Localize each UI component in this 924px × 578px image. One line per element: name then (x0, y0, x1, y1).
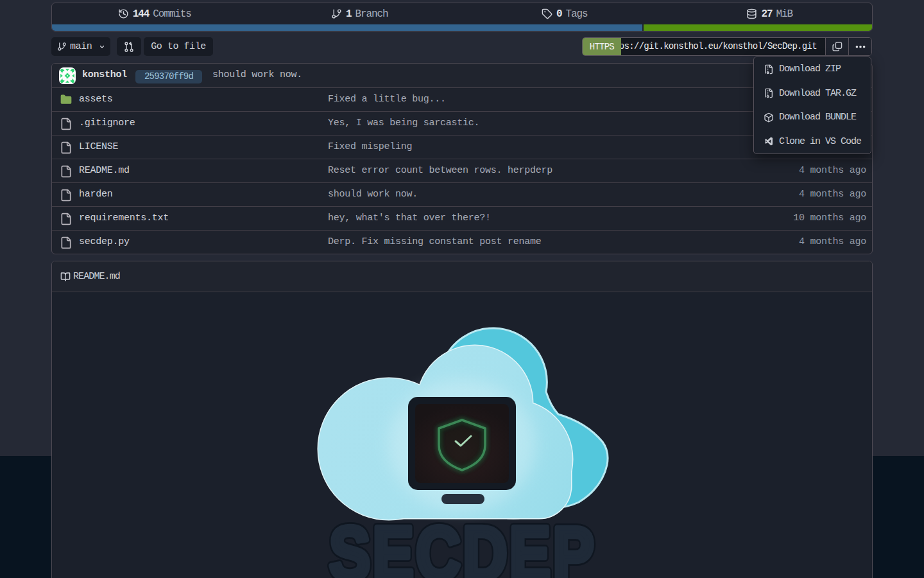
svg-text:SECDEP: SECDEP (329, 512, 596, 578)
